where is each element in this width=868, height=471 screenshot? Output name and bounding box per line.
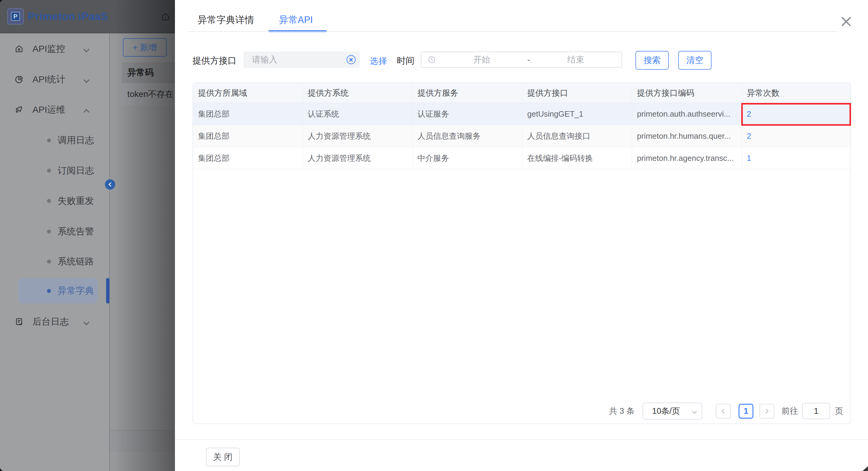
col-provider-system: 提供方系统 <box>303 83 413 103</box>
sidebar-item-system-alert[interactable]: 系统告警 <box>0 222 109 241</box>
exception-api-table: 提供方所属域 提供方系统 提供方服务 提供方接口 提供方接口编码 异常次数 集团… <box>192 82 851 424</box>
select-link[interactable]: 选择 <box>370 56 387 67</box>
cell-domain: 集团总部 <box>193 147 303 169</box>
time-label: 时间 <box>397 55 414 67</box>
table-row[interactable]: 集团总部 人力资源管理系统 人员信息查询服务 人员信息查询接口 primeton… <box>193 125 850 147</box>
next-page-button[interactable] <box>760 404 774 418</box>
chevron-up-icon <box>83 109 89 115</box>
sidebar-item-subscribe-log[interactable]: 订阅日志 <box>0 161 109 180</box>
sidebar-item-exception-dict[interactable]: 异常字典 <box>0 281 109 300</box>
table-row[interactable]: 集团总部 人力资源管理系统 中介服务 在线编排-编码转换 primeton.hr… <box>193 147 850 169</box>
tabbar-divider <box>187 31 837 32</box>
dimmed-table-header: 异常码 <box>122 63 175 83</box>
cell-service: 中介服务 <box>413 147 522 169</box>
close-icon[interactable] <box>841 16 851 27</box>
cell-code: primeton.hr.agency.transc... <box>632 147 742 169</box>
brand-name: Primeton iPaaS <box>28 10 108 23</box>
input-placeholder: 请输入 <box>252 54 346 65</box>
bullet-icon <box>47 199 51 203</box>
time-range-picker[interactable]: 开始 - 结束 <box>421 52 622 68</box>
sidebar-item-call-log[interactable]: 调用日志 <box>0 131 109 149</box>
clear-button[interactable]: 清空 <box>678 51 712 70</box>
bullet-icon <box>47 289 51 293</box>
pagination-total: 共 3 条 <box>609 406 634 416</box>
col-provider-service: 提供方服务 <box>413 83 522 103</box>
sidebar-item-backend-log[interactable]: 后台日志 <box>0 312 109 331</box>
page-size-value: 10条/页 <box>652 406 680 416</box>
goto-page-input[interactable] <box>802 403 830 419</box>
cell-service: 人员信息查询服务 <box>413 125 522 147</box>
chevron-left-icon <box>108 182 113 187</box>
chevron-down-icon <box>83 46 89 53</box>
cell-count-link[interactable]: 1 <box>742 147 850 169</box>
cell-count-link[interactable]: 2 <box>742 103 850 125</box>
chevron-right-icon <box>764 409 769 413</box>
cell-code: primeton.hr.humans.quer... <box>632 125 742 147</box>
home-icon[interactable] <box>161 12 170 21</box>
add-button[interactable]: + 新增 <box>123 38 167 57</box>
app-header: P Primeton iPaaS <box>0 0 175 33</box>
page-unit-label: 页 <box>835 406 843 416</box>
clear-input-icon[interactable] <box>346 55 355 64</box>
table-row[interactable]: 集团总部 认证系统 认证服务 getUsingGET_1 primeton.au… <box>193 103 850 125</box>
cell-code: primeton.auth.authseervi... <box>632 103 742 125</box>
prev-page-button[interactable] <box>716 404 731 418</box>
dimmed-table-row[interactable]: token不存在 <box>122 83 175 105</box>
dimmed-footer-strip <box>110 431 175 452</box>
current-page-button[interactable]: 1 <box>739 404 753 418</box>
footer-divider <box>175 439 868 440</box>
page-size-select[interactable]: 10条/页 <box>643 403 702 419</box>
sidebar-item-api-monitor[interactable]: API监控 <box>0 39 109 58</box>
bullet-icon <box>47 230 51 234</box>
brand-logo-icon: P <box>7 8 24 25</box>
bullet-icon <box>47 260 51 264</box>
time-separator: - <box>527 55 530 65</box>
home-icon <box>14 44 24 53</box>
sidebar-item-api-stats[interactable]: API统计 <box>0 70 109 89</box>
pagination: 共 3 条 10条/页 1 前往 页 <box>609 402 843 420</box>
sidebar-item-system-link[interactable]: 系统链路 <box>0 252 109 271</box>
start-time-placeholder: 开始 <box>436 54 527 65</box>
sidebar-item-fail-retry[interactable]: 失败重发 <box>0 192 109 210</box>
chevron-down-icon <box>83 319 89 325</box>
col-provider-interface-code: 提供方接口编码 <box>632 83 742 103</box>
table-header-row: 提供方所属域 提供方系统 提供方服务 提供方接口 提供方接口编码 异常次数 <box>193 83 850 103</box>
col-provider-interface: 提供方接口 <box>522 83 632 103</box>
cell-interface: 在线编排-编码转换 <box>522 147 632 169</box>
exception-api-drawer: 异常字典详情 异常API 提供方接口 请输入 选择 时间 开始 - 结束 搜索 … <box>175 0 868 471</box>
cell-interface: 人员信息查询接口 <box>522 125 632 147</box>
megaphone-icon <box>14 105 24 114</box>
window-resize-grip <box>863 466 868 471</box>
search-button[interactable]: 搜索 <box>636 51 669 70</box>
chevron-down-icon <box>692 409 697 414</box>
provider-interface-label: 提供方接口 <box>192 55 237 67</box>
provider-interface-input[interactable]: 请输入 <box>244 52 360 68</box>
sidebar-item-api-ops[interactable]: API运维 <box>0 100 109 119</box>
cell-domain: 集团总部 <box>193 125 303 147</box>
cell-interface: getUsingGET_1 <box>522 103 632 125</box>
app-window: P Primeton iPaaS API监控 <box>0 0 868 471</box>
end-time-placeholder: 结束 <box>530 54 621 65</box>
clock-icon <box>428 56 436 64</box>
sidebar: API监控 API统计 API运维 <box>0 33 110 471</box>
cell-system: 人力资源管理系统 <box>303 147 413 169</box>
bullet-icon <box>47 169 51 173</box>
cell-domain: 集团总部 <box>193 103 303 125</box>
cell-service: 认证服务 <box>413 103 522 125</box>
cell-count-link[interactable]: 2 <box>742 125 850 147</box>
log-document-icon <box>14 317 24 326</box>
close-button[interactable]: 关 闭 <box>206 448 240 467</box>
tab-exception-dict-detail[interactable]: 异常字典详情 <box>198 13 254 26</box>
sidebar-collapse-button[interactable] <box>105 179 115 190</box>
chevron-down-icon <box>83 77 89 83</box>
cell-system: 人力资源管理系统 <box>303 125 413 147</box>
col-provider-domain: 提供方所属域 <box>193 83 303 103</box>
chevron-left-icon <box>721 409 726 413</box>
dimmed-page: P Primeton iPaaS API监控 <box>0 0 175 471</box>
brand-logo-letter: P <box>11 12 20 21</box>
dimmed-main-content: + 新增 异常码 token不存在 <box>110 33 175 471</box>
col-exception-count: 异常次数 <box>742 83 850 103</box>
pie-chart-icon <box>14 75 24 84</box>
goto-label: 前往 <box>782 406 798 416</box>
tab-exception-api[interactable]: 异常API <box>279 13 313 26</box>
